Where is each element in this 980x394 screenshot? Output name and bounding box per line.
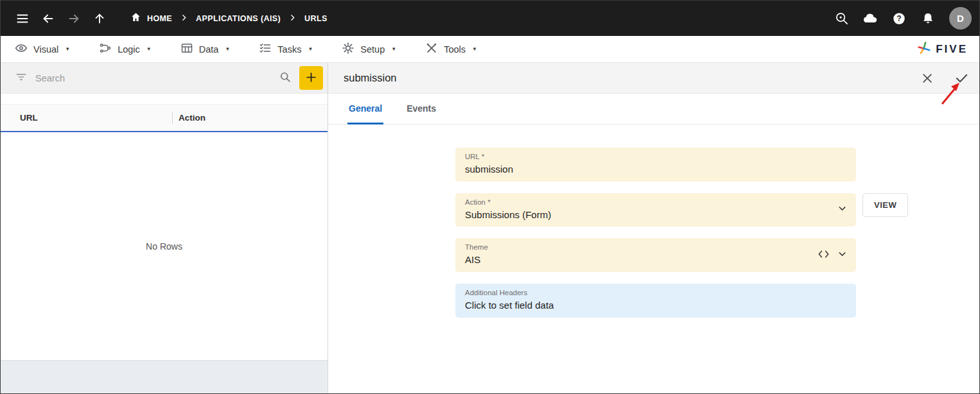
breadcrumb-urls[interactable]: URLS (304, 14, 328, 23)
plus-icon (305, 71, 317, 85)
menu-data[interactable]: Data ▼ (180, 42, 231, 56)
view-button[interactable]: VIEW (862, 193, 908, 217)
eye-icon (15, 42, 28, 56)
field-value: Click to set field data (465, 300, 827, 312)
menu-label: Visual (33, 44, 58, 55)
inspect-icon[interactable] (828, 6, 854, 31)
menu-label: Tools (444, 44, 466, 55)
menu-label: Tasks (277, 44, 301, 55)
tools-icon (425, 42, 438, 56)
svg-text:?: ? (897, 14, 901, 23)
menu-label: Data (199, 44, 219, 55)
table-body: No Rows (1, 132, 328, 360)
tab-events[interactable]: Events (405, 94, 437, 124)
chevron-down-icon[interactable] (837, 248, 848, 262)
breadcrumb-label: HOME (147, 14, 172, 23)
field-value: Submissions (Form) (465, 209, 827, 221)
logic-icon (99, 42, 112, 56)
topbar: HOME APPLICATIONS (AIS) URLS ? D (1, 1, 979, 36)
menu-logic[interactable]: Logic ▼ (99, 42, 152, 56)
five-logo[interactable]: FIVE (916, 40, 968, 58)
filter-icon[interactable] (15, 71, 28, 86)
help-icon[interactable]: ? (886, 6, 912, 31)
field-action[interactable]: Action * Submissions (Form) (455, 193, 856, 227)
back-icon[interactable] (35, 6, 61, 31)
field-label: Theme (465, 243, 827, 252)
column-header-url[interactable]: URL (1, 113, 172, 123)
url-list-panel: URL Action No Rows (1, 63, 328, 394)
caret-down-icon: ▼ (146, 46, 152, 52)
assistant-icon[interactable] (857, 6, 883, 31)
forward-icon[interactable] (61, 6, 87, 31)
field-additional-headers[interactable]: Additional Headers Click to set field da… (455, 284, 856, 318)
breadcrumb-home[interactable]: HOME (130, 12, 172, 25)
table-footer (1, 360, 328, 394)
save-check-icon[interactable] (952, 69, 970, 87)
checklist-icon (259, 42, 272, 56)
field-url[interactable]: URL * submission (455, 148, 856, 182)
five-logo-icon (916, 40, 932, 58)
tab-general[interactable]: General (347, 94, 383, 124)
breadcrumb-label: APPLICATIONS (AIS) (196, 14, 281, 23)
caret-down-icon: ▼ (65, 46, 70, 52)
topbar-actions: ? D (828, 6, 972, 31)
close-icon[interactable] (918, 69, 936, 87)
column-header-action[interactable]: Action (173, 113, 206, 123)
avatar-initial: D (957, 13, 964, 24)
brand-text: FIVE (936, 43, 968, 56)
search-icon[interactable] (279, 71, 292, 86)
menubar: Visual ▼ Logic ▼ Data ▼ Tasks ▼ Setup ▼ … (1, 36, 979, 63)
menu-tools[interactable]: Tools ▼ (425, 42, 477, 56)
form-header: submission (328, 63, 979, 94)
field-theme[interactable]: Theme AIS (455, 238, 856, 272)
table-icon (180, 42, 193, 56)
form-panel: submission General Events URL * submissi… (328, 63, 979, 394)
form-tabs: General Events (328, 94, 979, 124)
code-icon[interactable] (818, 249, 830, 261)
field-label: URL * (465, 152, 827, 162)
main-area: URL Action No Rows submission (1, 63, 979, 394)
caret-down-icon: ▼ (391, 46, 396, 52)
caret-down-icon: ▼ (225, 46, 230, 52)
field-value: AIS (465, 254, 827, 266)
up-icon[interactable] (87, 6, 112, 31)
form-title: submission (344, 72, 397, 84)
caret-down-icon: ▼ (308, 46, 313, 52)
menu-tasks[interactable]: Tasks ▼ (259, 42, 313, 56)
field-label: Action * (465, 198, 827, 207)
form-body: URL * submission Action * Submissions (F… (328, 124, 979, 329)
avatar[interactable]: D (949, 7, 972, 30)
chevron-right-icon (180, 13, 188, 24)
add-button[interactable] (299, 66, 323, 90)
gear-icon (342, 42, 354, 56)
search-input[interactable] (35, 73, 271, 83)
table-header: URL Action (1, 104, 328, 132)
empty-state-text: No Rows (146, 241, 182, 252)
breadcrumb: HOME APPLICATIONS (AIS) URLS (130, 12, 328, 25)
menu-visual[interactable]: Visual ▼ (15, 42, 70, 56)
form-header-actions (918, 69, 970, 87)
caret-down-icon: ▼ (472, 46, 477, 52)
field-label: Additional Headers (465, 288, 827, 298)
chevron-down-icon[interactable] (837, 203, 848, 217)
home-icon (130, 12, 141, 25)
field-value: submission (465, 164, 827, 176)
notifications-icon[interactable] (915, 6, 941, 31)
menu-setup[interactable]: Setup ▼ (342, 42, 396, 56)
menu-icon[interactable] (10, 6, 35, 31)
breadcrumb-label: URLS (304, 14, 328, 23)
search-bar (1, 63, 328, 94)
breadcrumb-applications[interactable]: APPLICATIONS (AIS) (196, 14, 281, 23)
menu-label: Setup (360, 44, 385, 55)
chevron-right-icon (288, 13, 297, 24)
menu-label: Logic (118, 44, 140, 55)
action-row: Action * Submissions (Form) VIEW (455, 193, 979, 227)
